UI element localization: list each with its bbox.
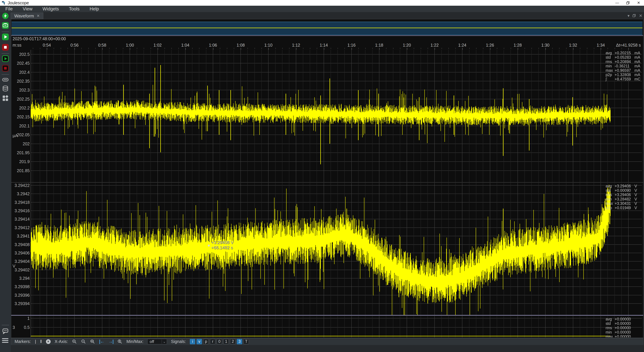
x-tick-mark xyxy=(276,48,276,49)
gpi-waveform-canvas[interactable] xyxy=(31,316,642,338)
stat-row-rms: rms+0.20894mA xyxy=(606,59,641,64)
database-button[interactable] xyxy=(2,85,9,92)
sidebar-divider xyxy=(2,53,9,54)
dock-chevron-icon[interactable]: ▾ xyxy=(628,13,630,18)
y-tick-label: 3.29414 xyxy=(12,217,30,222)
signal-toggle-2[interactable]: 2 xyxy=(230,339,236,344)
y-tick-label: 3.29394 xyxy=(12,301,30,306)
markers-clear-button[interactable]: ✕ xyxy=(46,339,51,344)
pin-left-icon[interactable]: |← xyxy=(99,339,104,344)
stat-row-avg: avg+3.29406V xyxy=(606,184,641,188)
plot-divider[interactable] xyxy=(11,182,643,183)
signal-toggle-r[interactable]: r xyxy=(210,339,215,344)
x-tick-mark xyxy=(338,48,338,49)
x-tick-mark xyxy=(393,48,394,49)
record-play-button[interactable] xyxy=(2,55,9,62)
dock-close-icon[interactable]: ✕ xyxy=(639,13,642,18)
zoom-fit-vertical-icon[interactable] xyxy=(118,339,122,344)
x-tick-mark xyxy=(442,48,442,49)
splitter[interactable] xyxy=(11,35,643,36)
x-tick-label: 1:12 xyxy=(288,43,304,48)
voltage-waveform-canvas[interactable] xyxy=(31,183,642,315)
x-tick-mark xyxy=(608,48,608,49)
power-button[interactable] xyxy=(2,12,9,19)
marker-dual-button[interactable]: ‖ xyxy=(40,339,42,344)
chat-button[interactable] xyxy=(2,328,9,335)
stat-row-avg: avg+0.00000 xyxy=(606,317,641,321)
menu-help[interactable]: Help xyxy=(90,6,99,11)
splitter[interactable] xyxy=(11,315,643,316)
stat-row-max: max+3.30431V xyxy=(606,201,641,206)
stat-row-p2p: p2p+1.32808mA xyxy=(606,73,641,77)
play-button[interactable] xyxy=(2,33,9,40)
x-tick-mark xyxy=(386,48,386,49)
chevron-down-icon: ⌄ xyxy=(162,340,167,344)
x-tick-label: 1:22 xyxy=(426,43,443,48)
x-tick-mark xyxy=(421,48,421,49)
x-tick-mark xyxy=(566,48,566,49)
signal-toggle-3[interactable]: 3 xyxy=(237,339,242,344)
x-tick-mark xyxy=(88,48,89,49)
stop-button[interactable] xyxy=(2,44,9,51)
x-tick-mark xyxy=(282,48,282,49)
pin-right-icon[interactable]: →| xyxy=(108,339,114,344)
minmax-label: Min/Max: xyxy=(126,339,144,344)
y-tick-label: 202.2 xyxy=(12,106,30,110)
hover-annotation: +3.29408 V +66.1482 s xyxy=(211,240,234,250)
menu-file[interactable]: File xyxy=(5,6,13,11)
signal-toggle-v[interactable]: v xyxy=(196,339,202,344)
x-tick-mark xyxy=(109,48,110,49)
x-tick-label: 0:54 xyxy=(38,43,55,48)
sidebar xyxy=(0,12,11,352)
signal-toggle-0[interactable]: 0 xyxy=(217,339,222,344)
y-tick-label: 3.2942 xyxy=(12,191,30,196)
tab-waveform[interactable]: Waveform ✕ xyxy=(11,12,43,19)
window-title: Joulescope xyxy=(8,0,29,5)
restore-button[interactable] xyxy=(622,0,633,6)
plot-voltage-unit: V xyxy=(12,264,16,269)
hover-marker-dot xyxy=(208,245,210,247)
more-dots-button[interactable] xyxy=(2,76,9,83)
menu-view[interactable]: View xyxy=(23,6,32,11)
menu-button[interactable] xyxy=(2,338,8,344)
x-tick-label: 1:24 xyxy=(454,43,470,48)
widgets-button[interactable] xyxy=(2,95,9,102)
record-stop-button[interactable] xyxy=(2,65,9,71)
signal-toggle-1[interactable]: 1 xyxy=(224,339,229,344)
signal-toggle-i[interactable]: i xyxy=(190,339,195,344)
x-tick-mark xyxy=(587,48,587,49)
minimize-button[interactable]: — xyxy=(612,0,622,6)
x-tick-mark xyxy=(331,48,331,49)
plot-current-unit: µA xyxy=(12,133,18,138)
x-tick-mark xyxy=(206,48,206,49)
minmax-dropdown[interactable]: off ⌄ xyxy=(148,339,167,344)
zoom-out-icon[interactable] xyxy=(81,339,86,344)
restore-icon xyxy=(626,1,630,5)
close-button[interactable]: ✕ xyxy=(633,0,644,6)
menubar: FileViewWidgetsToolsHelp xyxy=(0,6,644,12)
signal-toggle-p[interactable]: p xyxy=(203,339,209,344)
y-tick-label: 3.29412 xyxy=(12,225,30,230)
stat-row-min: min+3.28482V xyxy=(606,197,641,201)
x-axis[interactable]: m:ss Δt=41.9258 s 0:540:560:581:001:021:… xyxy=(11,42,643,47)
zoom-fit-horizontal-icon[interactable] xyxy=(90,339,95,344)
summary-overview-strip[interactable] xyxy=(12,22,642,35)
dock-restore-icon[interactable] xyxy=(632,14,636,17)
current-waveform-canvas[interactable] xyxy=(31,50,642,182)
x-tick-label: 1:00 xyxy=(122,43,138,48)
x-tick-label: 1:18 xyxy=(371,43,388,48)
x-tick-mark xyxy=(344,48,345,49)
y-tick-label: 202.4 xyxy=(12,70,30,75)
tab-close-icon[interactable]: ✕ xyxy=(37,14,40,18)
x-tick-mark xyxy=(358,48,359,49)
menu-widgets[interactable]: Widgets xyxy=(42,6,59,11)
y-tick-label: 3.29396 xyxy=(12,293,30,298)
device-button[interactable] xyxy=(2,22,9,29)
stat-row-rms: rms+3.29406V xyxy=(606,193,641,197)
x-tick-label: 1:08 xyxy=(232,43,249,48)
menu-tools[interactable]: Tools xyxy=(69,6,80,11)
signal-toggle-T[interactable]: T xyxy=(244,339,249,344)
marker-single-button[interactable]: | xyxy=(35,339,36,344)
x-tick-mark xyxy=(220,48,220,49)
zoom-in-icon[interactable] xyxy=(72,339,77,344)
